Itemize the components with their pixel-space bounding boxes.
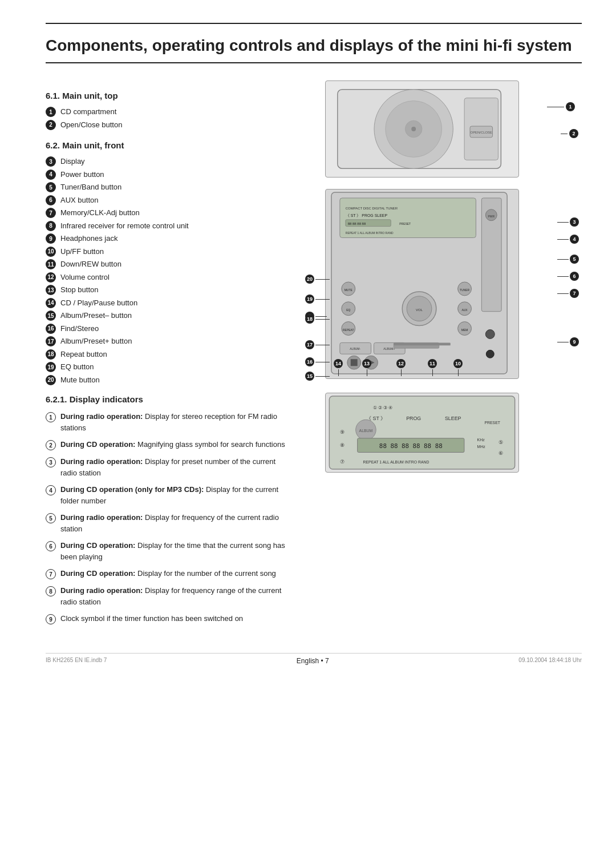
list-item: 9 Headphones jack xyxy=(46,233,291,244)
item-text-20: Mute button xyxy=(60,374,100,386)
svg-point-44 xyxy=(486,350,494,358)
item-text-5: Tuner/Band button xyxy=(60,182,121,193)
list-item: 4 Power button xyxy=(46,169,291,180)
indicator-text-8: During radio operation: Display for freq… xyxy=(60,585,291,607)
top-device-svg: OPEN/CLOSE xyxy=(326,81,518,177)
svg-text:COMPACT DISC DIGITAL TUNER: COMPACT DISC DIGITAL TUNER xyxy=(346,207,398,210)
callout-11: 11 xyxy=(428,359,437,376)
item-num-12: 12 xyxy=(46,272,56,283)
item-num-15: 15 xyxy=(46,310,56,321)
svg-text:⑦: ⑦ xyxy=(340,459,345,465)
list-item: 3 Display xyxy=(46,156,291,167)
item-num-11: 11 xyxy=(46,259,56,269)
svg-point-43 xyxy=(485,330,495,339)
item-text-14: CD / Play/Pause button xyxy=(60,297,137,309)
indicator-num-6: 6 xyxy=(46,541,56,551)
svg-text:VOL: VOL xyxy=(416,308,423,312)
item-num-3: 3 xyxy=(46,156,56,167)
list-item: 11 Down/REW button xyxy=(46,259,291,270)
callout-5: 5 xyxy=(557,255,579,264)
top-unit-area: OPEN/CLOSE 1 2 xyxy=(308,80,582,178)
callout-18: 18 xyxy=(305,314,330,324)
front-device-image: COMPACT DISC DIGITAL TUNER 《 ST 》 PROG S… xyxy=(325,189,519,379)
item-text-4: Power button xyxy=(60,169,104,180)
svg-text:MHz: MHz xyxy=(477,445,486,449)
callout-9: 9 xyxy=(557,337,579,346)
indicator-num-1: 1 xyxy=(46,412,56,422)
indicator-text-3: During radio operation: Display for pres… xyxy=(60,456,291,478)
main-layout: 6.1. Main unit, top 1 CD compartment 2 O… xyxy=(46,80,582,630)
indicator-text-5: During radio operation: Display for freq… xyxy=(60,512,291,534)
callout-15: 15 xyxy=(305,372,330,381)
callout-badge-17: 17 xyxy=(305,340,314,349)
svg-text:①    ②          ③          ④: ① ② ③ ④ xyxy=(373,405,393,410)
item-text-1: CD compartment xyxy=(60,106,116,118)
callout-17: 17 xyxy=(305,340,330,349)
item-num-14: 14 xyxy=(46,298,56,308)
item-text-12: Volume control xyxy=(60,272,110,283)
callout-20: 20 xyxy=(305,275,330,284)
item-text-19: EQ button xyxy=(60,361,94,373)
svg-text:SLEEP: SLEEP xyxy=(445,416,461,421)
indicator-text-7: During CD operation: Display for the num… xyxy=(60,568,276,579)
indicator-bold-5: During radio operation: xyxy=(60,513,143,522)
chapter-title: Components, operating controls and displ… xyxy=(46,35,582,63)
item-num-8: 8 xyxy=(46,221,56,231)
svg-text:⑥: ⑥ xyxy=(499,450,503,456)
svg-text:⑤: ⑤ xyxy=(499,439,503,445)
svg-text:ALBUM: ALBUM xyxy=(359,429,373,433)
list-item: 2 Open/Close button xyxy=(46,119,291,131)
indicator-bold-3: During radio operation: xyxy=(60,457,143,466)
callout-1: 1 xyxy=(547,102,575,111)
callout-badge-20: 20 xyxy=(305,275,314,284)
indicator-list: 1 During radio operation: Display for st… xyxy=(46,411,291,624)
indicator-num-8: 8 xyxy=(46,586,56,596)
indicator-bold-2: During CD operation: xyxy=(60,440,135,449)
item-num-9: 9 xyxy=(46,233,56,244)
item-num-19: 19 xyxy=(46,362,56,372)
item-num-18: 18 xyxy=(46,349,56,360)
indicator-item-8: 8 During radio operation: Display for fr… xyxy=(46,585,291,607)
indicator-bold-7: During CD operation: xyxy=(60,569,135,578)
item-num-2: 2 xyxy=(46,120,56,130)
list-item: 14 CD / Play/Pause button xyxy=(46,297,291,309)
item-text-6: AUX button xyxy=(60,195,99,206)
svg-text:88 88 88 88 88 88: 88 88 88 88 88 88 xyxy=(379,442,443,450)
svg-point-4 xyxy=(411,127,416,131)
callout-3: 3 xyxy=(557,217,579,227)
top-border xyxy=(46,23,582,24)
separator-line xyxy=(46,653,582,654)
callout-badge-16: 16 xyxy=(305,357,314,366)
callout-7: 7 xyxy=(557,289,579,298)
item-num-1: 1 xyxy=(46,107,56,117)
callout-badge-11: 11 xyxy=(428,359,437,368)
list-item: 10 Up/FF button xyxy=(46,246,291,257)
item-num-5: 5 xyxy=(46,182,56,192)
item-text-3: Display xyxy=(60,156,85,167)
callout-19: 19 xyxy=(305,295,330,304)
indicator-item-5: 5 During radio operation: Display for fr… xyxy=(46,512,291,534)
left-column: 6.1. Main unit, top 1 CD compartment 2 O… xyxy=(46,80,291,630)
page: Components, operating controls and displ… xyxy=(0,0,616,855)
svg-text:TUNER: TUNER xyxy=(460,289,470,292)
item-text-9: Headphones jack xyxy=(60,233,117,244)
callout-2: 2 xyxy=(561,129,578,138)
item-text-16: Find/Stereo xyxy=(60,323,99,334)
item-num-6: 6 xyxy=(46,195,56,205)
svg-text:ALBUM+: ALBUM+ xyxy=(383,348,395,350)
item-text-18: Repeat button xyxy=(60,349,107,360)
indicator-text-9: Clock symbol if the timer function has b… xyxy=(60,613,243,624)
list-item: 17 Album/Preset+ button xyxy=(46,336,291,347)
svg-text:PWR: PWR xyxy=(488,215,495,218)
callout-badge-9: 9 xyxy=(570,337,579,346)
callout-10: 10 xyxy=(453,359,463,376)
footer-page: English • 7 xyxy=(297,657,329,665)
indicator-text-1: During radio operation: Display for ster… xyxy=(60,411,291,433)
front-unit-area: COMPACT DISC DIGITAL TUNER 《 ST 》 PROG S… xyxy=(308,189,582,379)
svg-text:《 ST 》   PROG   SLEEP: 《 ST 》 PROG SLEEP xyxy=(346,213,388,217)
svg-text:⑧: ⑧ xyxy=(340,442,345,448)
indicator-text-6: During CD operation: Display for the tim… xyxy=(60,540,291,562)
svg-text:OPEN/CLOSE: OPEN/CLOSE xyxy=(471,131,492,134)
indicator-item-1: 1 During radio operation: Display for st… xyxy=(46,411,291,433)
item-text-7: Memory/CLK-Adj button xyxy=(60,207,140,219)
